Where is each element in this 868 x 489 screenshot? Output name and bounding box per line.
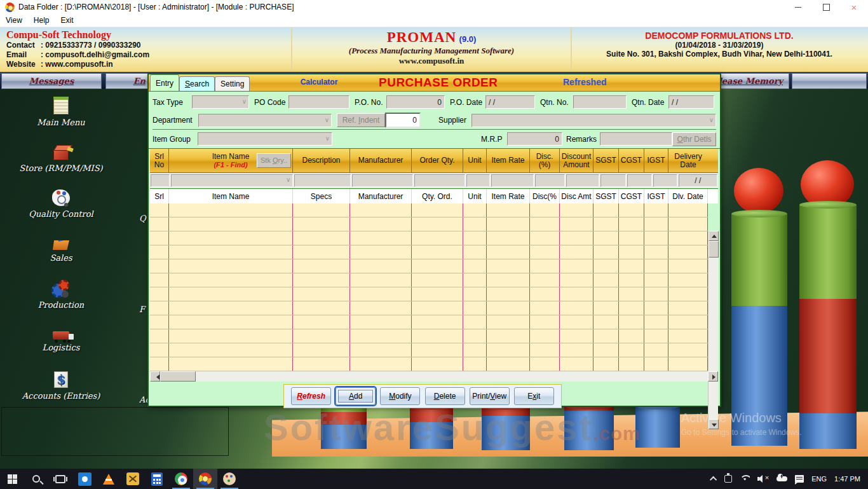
menu-exit[interactable]: Exit [55, 16, 79, 25]
horizontal-scroll-thumb[interactable] [160, 371, 196, 382]
department-combo[interactable] [198, 114, 332, 127]
tab-setting[interactable]: Setting [215, 76, 250, 91]
grid-cell [619, 259, 644, 273]
tray-network[interactable] [736, 469, 754, 489]
qtn-date-input[interactable]: / / [668, 95, 714, 109]
tab-search[interactable]: Search [179, 76, 215, 91]
photos-app-button[interactable] [72, 469, 97, 489]
chrome-app-button[interactable] [169, 469, 193, 489]
entry-sgst[interactable] [600, 174, 626, 187]
close-button[interactable]: × [840, 0, 868, 14]
entry-order-qty[interactable] [414, 174, 465, 187]
language-indicator[interactable]: ENG [808, 469, 831, 489]
sidebar-item-accounts[interactable]: Accounts (Entries) [6, 371, 116, 401]
scroll-right-arrow[interactable] [708, 371, 718, 382]
grid-row[interactable] [150, 287, 708, 301]
modify-button[interactable]: Modify [380, 387, 420, 405]
item-group-combo[interactable] [198, 132, 332, 146]
entries-button-partial[interactable]: En [105, 73, 148, 89]
maximize-button[interactable] [812, 0, 840, 14]
refresh-button[interactable]: Refresh [291, 387, 331, 405]
sidebar-partial-label[interactable]: Q [139, 214, 147, 223]
grid-row[interactable] [150, 217, 708, 231]
tray-onedrive[interactable] [773, 469, 791, 489]
task-view-button[interactable] [48, 469, 72, 489]
entry-item-rate[interactable] [491, 174, 534, 187]
grid-row[interactable] [150, 301, 708, 315]
exit-button[interactable]: Exit [514, 387, 554, 405]
scroll-down-arrow[interactable] [709, 419, 719, 429]
paint-app-button[interactable] [217, 469, 241, 489]
entry-srl[interactable] [151, 174, 170, 187]
grid-row[interactable] [150, 245, 708, 259]
entry-disc-pct[interactable] [535, 174, 564, 187]
grid-row[interactable] [150, 329, 708, 343]
minimize-button[interactable] [784, 0, 812, 14]
start-button[interactable] [0, 469, 24, 489]
add-button[interactable]: Add [336, 387, 376, 405]
po-date-input[interactable]: / / [485, 95, 535, 109]
chart-cylinder [635, 406, 680, 448]
sidebar-partial-label[interactable]: Ac [139, 395, 147, 404]
supplier-combo[interactable] [471, 114, 716, 127]
sidebar-item-logistics[interactable]: Logistics [6, 326, 116, 352]
taskbar-search-button[interactable] [24, 469, 48, 489]
vertical-scroll-thumb[interactable] [709, 241, 719, 258]
vertical-scrollbar[interactable] [708, 231, 718, 429]
proman-app-button[interactable] [193, 469, 217, 489]
scroll-up-arrow[interactable] [709, 231, 719, 241]
sidebar-item-production[interactable]: Production [6, 280, 116, 310]
entry-igst[interactable] [653, 174, 677, 187]
blank-shortcut-button[interactable] [792, 73, 867, 89]
print-view-button[interactable]: Print/View [470, 387, 510, 405]
tray-volume[interactable]: × [754, 469, 773, 489]
grid-row[interactable] [150, 231, 708, 245]
vlc-app-button[interactable] [97, 469, 121, 489]
entry-description[interactable] [294, 174, 351, 187]
snipping-app-button[interactable] [121, 469, 145, 489]
remarks-input[interactable] [600, 132, 672, 146]
mrp-input[interactable]: 0 [507, 132, 562, 146]
entry-item-name-combo[interactable] [171, 174, 294, 187]
menu-view[interactable]: View [0, 16, 28, 25]
po-no-input[interactable]: 0 [386, 95, 445, 109]
sidebar-item-sales[interactable]: Sales [6, 234, 116, 263]
po-code-input[interactable] [288, 95, 349, 109]
qtn-no-input[interactable] [573, 95, 627, 109]
messages-button[interactable]: Messages [1, 73, 102, 89]
stk-qry-button[interactable]: Stk Qry.. [257, 153, 291, 168]
calculator-link[interactable]: Calculator [281, 78, 357, 86]
sidebar-item-main-menu[interactable]: Main Menu [6, 97, 116, 127]
entry-unit[interactable] [466, 174, 490, 187]
action-center-button[interactable] [791, 469, 808, 489]
grid-row[interactable] [150, 315, 708, 329]
entry-cgst[interactable] [627, 174, 653, 187]
horizontal-scrollbar[interactable] [150, 371, 718, 382]
tray-usb-device[interactable] [721, 469, 736, 489]
scroll-left-arrow[interactable] [150, 371, 160, 382]
ref-indent-value[interactable]: 0 [385, 113, 421, 128]
grid-cell [350, 301, 412, 315]
entry-manufacturer[interactable] [352, 174, 413, 187]
calculator-app-button[interactable] [145, 469, 169, 489]
tray-overflow-button[interactable] [708, 469, 721, 489]
sidebar-partial-label[interactable]: F [139, 305, 147, 314]
grid-row[interactable] [150, 203, 708, 217]
grid-row[interactable] [150, 273, 708, 287]
tax-type-combo[interactable] [192, 95, 249, 109]
sidebar-item-store[interactable]: Store (RM/PM/MIS) [6, 143, 116, 173]
ref-indent-button[interactable]: Ref. Indent [337, 113, 385, 127]
clock[interactable]: 1:47 PM [831, 469, 868, 489]
grid-row[interactable] [150, 357, 708, 371]
entry-delivery-date[interactable]: / / [679, 174, 717, 187]
grid-row[interactable] [150, 343, 708, 357]
entry-discount-amount[interactable] [566, 174, 599, 187]
sidebar-item-quality-control[interactable]: Quality Control [6, 189, 116, 219]
othr-detls-button[interactable]: Othr Detls [672, 132, 716, 146]
sidebar-item-label: Sales [6, 253, 116, 263]
header-product-block: PROMAN (9.0) (Process Manufacturing Mana… [292, 27, 572, 72]
tab-entry[interactable]: Entry [150, 74, 179, 91]
menu-help[interactable]: Help [28, 16, 55, 25]
delete-button[interactable]: Delete [425, 387, 465, 405]
grid-row[interactable] [150, 259, 708, 273]
